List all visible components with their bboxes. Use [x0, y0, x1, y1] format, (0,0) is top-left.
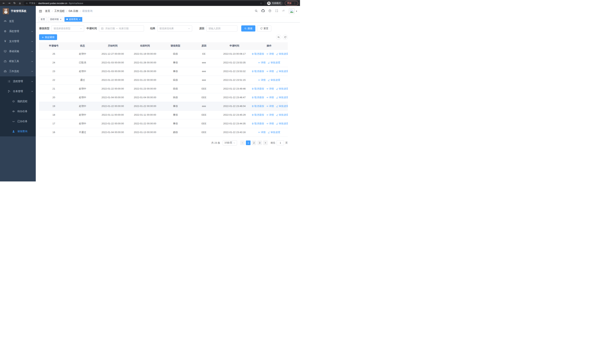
- action-label: 审批进度: [279, 113, 288, 117]
- tab-process-detail[interactable]: 流程详情×: [48, 17, 63, 22]
- breadcrumb-home[interactable]: 首页: [45, 9, 50, 13]
- breadcrumb-current: 请假查询: [82, 9, 93, 13]
- leave-type-select[interactable]: 请选择请假类型: [52, 25, 84, 31]
- action-label: 审批进度: [279, 104, 288, 108]
- sidebar-item-dev-tools[interactable]: 研发工具: [0, 56, 36, 66]
- reload-icon[interactable]: ↻: [12, 2, 17, 5]
- tab-home[interactable]: 首页: [39, 17, 47, 22]
- action-detail-link[interactable]: 详情: [266, 122, 274, 125]
- eye-closed-icon: [12, 120, 15, 123]
- action-cancel-link[interactable]: 取消请假: [252, 52, 264, 56]
- eye-icon: [266, 122, 269, 125]
- toggle-search-button[interactable]: [276, 35, 281, 40]
- browser-update-button[interactable]: 更新 ⋮: [285, 1, 298, 6]
- chevron-down-icon: [31, 30, 33, 32]
- action-progress-link[interactable]: 审批进度: [276, 70, 288, 73]
- action-detail-link[interactable]: 详情: [266, 96, 274, 99]
- result-select[interactable]: 请选择流结果: [157, 25, 192, 31]
- action-cancel-link[interactable]: 取消请假: [252, 104, 264, 108]
- breadcrumb-oa-example[interactable]: OA 示例: [69, 9, 78, 13]
- fullscreen-button[interactable]: [275, 9, 278, 13]
- font-size-button[interactable]: TT: [282, 9, 285, 13]
- user-avatar-menu[interactable]: ▾: [289, 8, 297, 14]
- action-cancel-link[interactable]: 取消请假: [252, 122, 264, 125]
- sidebar-logo-row[interactable]: 芋道管理系统: [0, 6, 36, 16]
- sidebar-item-infrastructure[interactable]: 基础设施: [0, 46, 36, 56]
- sidebar-item-done-tasks[interactable]: 已办任务: [0, 116, 36, 126]
- action-detail-link[interactable]: 详情: [266, 113, 274, 117]
- action-progress-link[interactable]: 审批进度: [276, 122, 288, 125]
- sidebar-item-system-mgmt[interactable]: ⚙系统管理: [0, 26, 36, 36]
- action-detail-link[interactable]: 详情: [258, 78, 265, 82]
- help-button[interactable]: [268, 9, 272, 13]
- yen-icon: ¥: [3, 40, 7, 43]
- action-progress-link[interactable]: 审批进度: [276, 87, 288, 90]
- prev-page-button[interactable]: [240, 140, 245, 145]
- goto-page-input[interactable]: [277, 140, 284, 145]
- action-progress-link[interactable]: 审批进度: [276, 113, 288, 117]
- sidebar-item-leave-query[interactable]: 请假查询: [0, 126, 36, 136]
- sidebar-item-task-mgmt[interactable]: 任务管理: [0, 86, 36, 96]
- page-2-button[interactable]: 2: [252, 140, 256, 145]
- action-detail-link[interactable]: 详情: [266, 52, 274, 56]
- cell-status: 处理中: [68, 102, 96, 111]
- browser-toolbar: ← → ↻ ⌂ ⚠ 不安全 dashboard.yudao.iocoder.cn…: [0, 0, 300, 6]
- page-3-button[interactable]: 3: [257, 140, 262, 145]
- cell-reason: EEE: [189, 128, 218, 137]
- create-leave-button[interactable]: + 发起请假: [39, 34, 57, 40]
- warning-icon: ⚠: [26, 2, 28, 4]
- sidebar-item-todo-tasks[interactable]: 待办任务: [0, 106, 36, 116]
- breadcrumb-workflow[interactable]: 工作流程: [54, 9, 65, 13]
- action-detail-link[interactable]: 详情: [266, 87, 274, 90]
- chevron-down-icon: [31, 60, 33, 63]
- home-icon[interactable]: ⌂: [17, 2, 23, 5]
- search-icon: [255, 9, 258, 12]
- close-icon[interactable]: ×: [60, 18, 62, 20]
- action-progress-link[interactable]: 审批进度: [276, 104, 288, 108]
- main-area: 首页 / 工作流程 / OA 示例 / 请假查询 TT ▾ 首页流程详情×请假查…: [36, 6, 300, 181]
- action-detail-link[interactable]: 详情: [266, 104, 274, 108]
- sidebar-item-workflow[interactable]: 工作流程: [0, 66, 36, 76]
- refresh-table-button[interactable]: [283, 35, 288, 40]
- forward-icon[interactable]: →: [7, 2, 12, 5]
- action-cancel-link[interactable]: 取消请假: [252, 96, 264, 99]
- back-icon[interactable]: ←: [1, 2, 7, 5]
- action-detail-link[interactable]: 详情: [258, 131, 265, 134]
- cell-applyTime: 2022-01-22 23:44:35: [218, 119, 251, 128]
- apply-time-range-picker[interactable]: 开始日期 - 结束日期: [99, 25, 144, 31]
- trash-icon: [252, 96, 254, 99]
- table-header-cell: 申请编号: [39, 42, 68, 49]
- action-progress-link[interactable]: 审批进度: [268, 61, 280, 64]
- sidebar-item-process-mgmt[interactable]: 流程管理: [0, 76, 36, 86]
- action-progress-link[interactable]: 审批进度: [276, 52, 288, 56]
- action-progress-link[interactable]: 审批进度: [276, 96, 288, 99]
- avatar[interactable]: [289, 8, 294, 14]
- action-cancel-link[interactable]: 取消请假: [252, 87, 264, 90]
- next-page-button[interactable]: [263, 140, 268, 145]
- browser-menu-icon[interactable]: ⋮: [293, 2, 296, 4]
- action-progress-link[interactable]: 审批进度: [268, 78, 280, 82]
- fontsize-icon: TT: [282, 9, 285, 12]
- reason-input[interactable]: [206, 25, 237, 31]
- action-detail-link[interactable]: 详情: [258, 61, 265, 64]
- reset-button[interactable]: 重置: [257, 25, 271, 31]
- sidebar-fold-icon[interactable]: [39, 9, 42, 13]
- action-detail-link[interactable]: 详情: [266, 70, 274, 73]
- action-cancel-link[interactable]: 取消请假: [252, 70, 264, 73]
- address-bar[interactable]: ⚠ 不安全 dashboard.yudao.iocoder.cn/bpm/oa/…: [24, 1, 264, 5]
- sidebar-item-home[interactable]: 首页: [0, 16, 36, 26]
- bookmark-star-icon[interactable]: ☆: [260, 2, 262, 5]
- result-placeholder: 请选择流结果: [159, 27, 174, 30]
- close-icon[interactable]: ×: [79, 18, 80, 20]
- action-progress-link[interactable]: 审批进度: [268, 131, 280, 134]
- page-size-select[interactable]: 10条/页: [223, 140, 237, 146]
- github-icon: [262, 9, 265, 12]
- sidebar-item-my-process[interactable]: 我的流程: [0, 96, 36, 106]
- sidebar-item-payment-mgmt[interactable]: ¥支付管理: [0, 36, 36, 46]
- search-button[interactable]: 搜索: [241, 25, 255, 31]
- tab-leave-query[interactable]: 请假查询×: [65, 17, 82, 22]
- page-1-button[interactable]: 1: [246, 140, 251, 145]
- search-button[interactable]: [255, 9, 258, 13]
- action-cancel-link[interactable]: 取消请假: [252, 113, 264, 117]
- github-button[interactable]: [262, 9, 265, 13]
